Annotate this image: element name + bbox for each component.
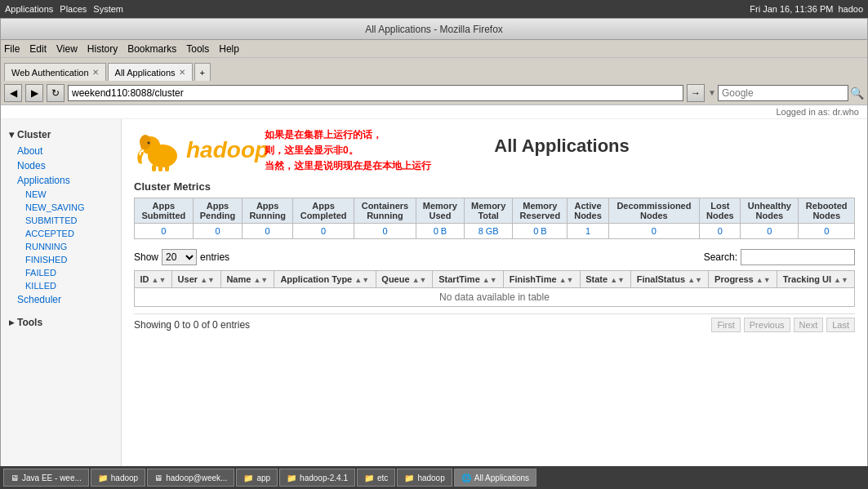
sidebar-subitem-new-saving[interactable]: NEW_SAVING — [1, 201, 121, 214]
metrics-val-apps-completed: 0 — [293, 224, 354, 239]
sidebar-subitem-killed[interactable]: KILLED — [1, 279, 121, 292]
col-header-final-status[interactable]: FinalStatus ▲▼ — [630, 271, 708, 288]
showing-text: Showing 0 to 0 of 0 entries — [134, 319, 250, 331]
menu-file[interactable]: File — [4, 43, 20, 55]
taskbar-item-hadoop-2[interactable]: 📁 hadoop — [397, 469, 452, 487]
metrics-val-lost-nodes[interactable]: 0 — [700, 224, 741, 239]
col-header-user[interactable]: User ▲▼ — [171, 271, 220, 288]
os-topbar-left: Applications Places System — [5, 4, 123, 14]
tab-label-all-apps: All Applications — [115, 68, 176, 78]
metrics-header-active-nodes: ActiveNodes — [568, 198, 608, 224]
tab-new-button[interactable]: + — [194, 63, 211, 81]
menu-bookmarks[interactable]: Bookmarks — [127, 43, 176, 55]
metrics-val-memory-reserved: 0 B — [513, 224, 568, 239]
os-places-menu[interactable]: Places — [60, 4, 87, 14]
menu-help[interactable]: Help — [219, 43, 239, 55]
tools-collapse-icon[interactable]: ▸ — [9, 317, 14, 328]
taskbar-item-hadoop-241[interactable]: 📁 hadoop-2.4.1 — [279, 469, 355, 487]
metrics-header-rebooted-nodes: RebootedNodes — [799, 198, 855, 224]
menu-edit[interactable]: Edit — [29, 43, 47, 55]
table-search-input[interactable] — [741, 249, 855, 265]
taskbar-item-app[interactable]: 📁 app — [236, 469, 278, 487]
tab-web-authentication[interactable]: Web Authentication ✕ — [4, 63, 106, 81]
tab-close-web-auth[interactable]: ✕ — [92, 68, 99, 77]
col-header-tracking-ui[interactable]: Tracking UI ▲▼ — [777, 271, 854, 288]
sidebar-item-nodes[interactable]: Nodes — [1, 158, 121, 173]
tab-label-web-auth: Web Authentication — [11, 68, 89, 78]
os-username: hadoo — [838, 4, 863, 14]
os-system-menu[interactable]: System — [93, 4, 123, 14]
metrics-header-memory-used: MemoryUsed — [416, 198, 464, 224]
col-header-name[interactable]: Name ▲▼ — [220, 271, 274, 288]
metrics-val-unhealthy-nodes[interactable]: 0 — [741, 224, 799, 239]
metrics-val-rebooted-nodes[interactable]: 0 — [799, 224, 855, 239]
show-label: Show — [134, 251, 158, 263]
applications-table: ID ▲▼ User ▲▼ Name ▲▼ Application Type ▲… — [134, 270, 855, 307]
metrics-val-containers-running: 0 — [354, 224, 416, 239]
col-header-start-time[interactable]: StartTime ▲▼ — [433, 271, 503, 288]
entries-per-page-select[interactable]: 20 50 100 — [162, 249, 197, 265]
col-header-id[interactable]: ID ▲▼ — [135, 271, 172, 288]
browser-title: All Applications - Mozilla Firefox — [365, 24, 503, 35]
sidebar-subitem-accepted[interactable]: ACCEPTED — [1, 227, 121, 240]
col-header-finish-time[interactable]: FinishTime ▲▼ — [503, 271, 580, 288]
menu-history[interactable]: History — [87, 43, 118, 55]
page-body: ▾ Cluster About Nodes Applications NEW N… — [1, 119, 867, 472]
col-header-queue[interactable]: Queue ▲▼ — [376, 271, 433, 288]
col-header-progress[interactable]: Progress ▲▼ — [709, 271, 777, 288]
search-area: Search: — [704, 249, 855, 265]
table-row-no-data: No data available in table — [135, 288, 855, 307]
sidebar-item-about[interactable]: About — [1, 144, 121, 158]
menu-tools[interactable]: Tools — [186, 43, 209, 55]
sidebar-subitem-finished[interactable]: FINISHED — [1, 253, 121, 266]
metrics-header-memory-reserved: MemoryReserved — [513, 198, 568, 224]
collapse-icon[interactable]: ▾ — [9, 129, 14, 140]
search-input[interactable] — [718, 85, 848, 101]
logged-in-text: Logged in as: dr.who — [776, 107, 859, 117]
os-topbar-right: Fri Jan 16, 11:36 PM hadoo — [750, 4, 863, 14]
col-header-app-type[interactable]: Application Type ▲▼ — [274, 271, 376, 288]
svg-rect-5 — [158, 165, 162, 171]
refresh-button[interactable]: ↻ — [47, 84, 65, 102]
metrics-header-apps-completed: AppsCompleted — [293, 198, 354, 224]
metrics-header-memory-total: MemoryTotal — [465, 198, 513, 224]
taskbar-item-all-applications[interactable]: 🌐 All Applications — [454, 469, 536, 487]
metrics-header-apps-submitted: AppsSubmitted — [135, 198, 194, 224]
metrics-val-decommissioned-nodes[interactable]: 0 — [608, 224, 700, 239]
sidebar-subitem-running[interactable]: RUNNING — [1, 240, 121, 253]
forward-button[interactable]: ▶ — [25, 84, 43, 102]
sidebar-subitem-submitted[interactable]: SUBMITTED — [1, 214, 121, 227]
browser-tabs: Web Authentication ✕ All Applications ✕ … — [1, 58, 867, 81]
tab-all-applications[interactable]: All Applications ✕ — [108, 63, 193, 81]
metrics-val-apps-pending: 0 — [193, 224, 243, 239]
entries-label: entries — [200, 251, 229, 263]
tab-close-all-apps[interactable]: ✕ — [179, 68, 185, 77]
show-entries-left: Show 20 50 100 entries — [134, 249, 229, 265]
metrics-header-decommissioned-nodes: DecommissionedNodes — [608, 198, 700, 224]
metrics-val-memory-used: 0 B — [416, 224, 464, 239]
go-button[interactable]: → — [687, 84, 705, 102]
sidebar-item-applications[interactable]: Applications — [1, 173, 121, 188]
previous-button[interactable]: Previous — [744, 318, 790, 332]
back-button[interactable]: ◀ — [4, 84, 22, 102]
sidebar-subitem-new[interactable]: NEW — [1, 188, 121, 201]
os-taskbar: 🖥 Java EE - wee... 📁 hadoop 🖥 hadoop@wee… — [0, 466, 868, 489]
metrics-val-active-nodes[interactable]: 1 — [568, 224, 608, 239]
address-bar[interactable] — [68, 85, 683, 101]
col-header-state[interactable]: State ▲▼ — [580, 271, 630, 288]
taskbar-item-hadoop-terminal[interactable]: 🖥 hadoop@week... — [147, 469, 234, 487]
taskbar-item-etc[interactable]: 📁 etc — [357, 469, 395, 487]
metrics-header-lost-nodes: LostNodes — [700, 198, 741, 224]
taskbar-item-hadoop-1[interactable]: 📁 hadoop — [91, 469, 145, 487]
sidebar-subitem-failed[interactable]: FAILED — [1, 266, 121, 279]
next-button[interactable]: Next — [794, 318, 824, 332]
os-apps-menu[interactable]: Applications — [5, 4, 53, 14]
sidebar-item-scheduler[interactable]: Scheduler — [1, 292, 121, 307]
os-datetime: Fri Jan 16, 11:36 PM — [750, 4, 833, 14]
last-button[interactable]: Last — [826, 318, 855, 332]
first-button[interactable]: First — [711, 318, 740, 332]
menu-view[interactable]: View — [56, 43, 78, 55]
main-content: hadoop 如果是在集群上运行的话， 则，这里会显示非0。 当然，这里是说明现… — [122, 119, 867, 472]
taskbar-item-java-ee[interactable]: 🖥 Java EE - wee... — [3, 469, 89, 487]
search-icon[interactable]: 🔍 — [850, 87, 864, 100]
